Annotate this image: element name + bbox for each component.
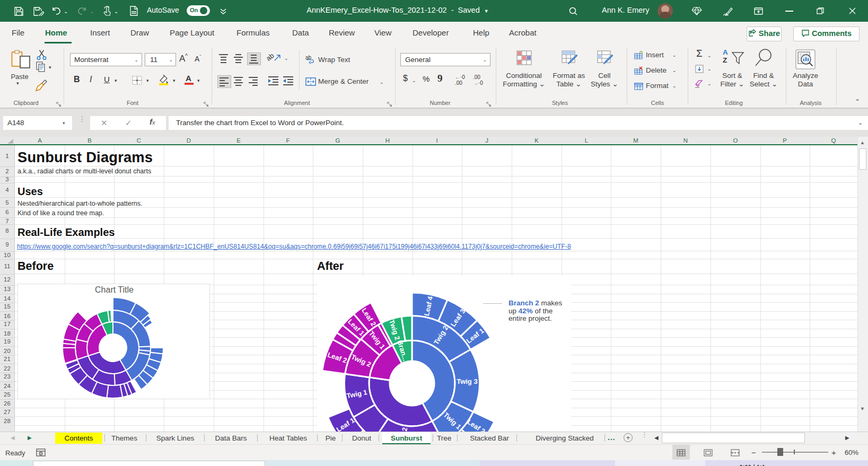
- svg-text:Twig 3: Twig 3: [457, 377, 477, 385]
